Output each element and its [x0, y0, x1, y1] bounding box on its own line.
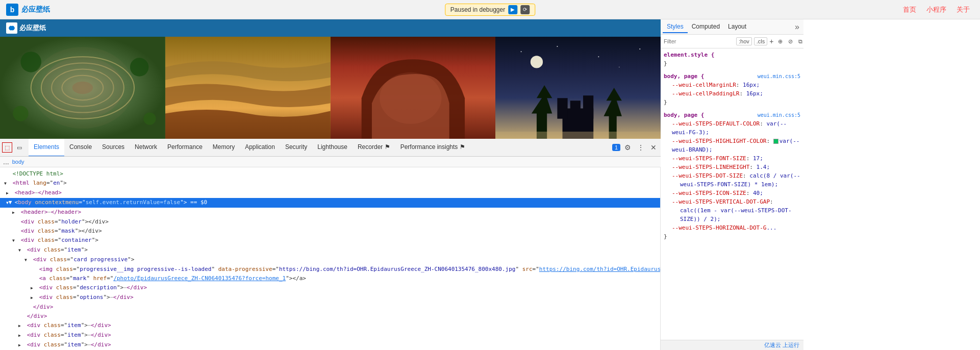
svg-point-4 — [62, 76, 103, 101]
copy-style-icon[interactable]: ⧉ — [796, 37, 803, 46]
webpage-logo: 必应壁纸 — [6, 22, 46, 34]
bing-icon: b — [6, 4, 18, 16]
dom-toolbar-dots: ... — [3, 158, 9, 166]
tab-memory[interactable]: Memory — [208, 139, 240, 157]
settings-icon[interactable]: ⚙ — [622, 142, 633, 153]
tab-elements[interactable]: Elements — [29, 139, 64, 157]
triangle-item[interactable] — [18, 245, 23, 255]
dom-toolbar: ... body — [0, 157, 661, 167]
css-source-2[interactable]: weui.min.css:5 — [758, 111, 800, 119]
css-prop-steps-icon-size[interactable]: --weui-STEPS-ICON-SIZE: 40; — [664, 189, 800, 197]
dom-line-item[interactable]: <div class="item"> — [0, 245, 660, 255]
tab-performance-insights[interactable]: Performance insights ⚑ — [395, 139, 470, 157]
triangle-html[interactable] — [4, 179, 9, 188]
dom-line-head[interactable]: <head>⋯</head> — [0, 188, 660, 198]
more-options-icon[interactable]: ⋮ — [635, 142, 646, 153]
svg-point-17 — [640, 48, 641, 49]
img-src-link[interactable]: https://bing.com/th?id=OHR.EpidaurusGree… — [539, 266, 661, 272]
css-prop-steps-highlight[interactable]: --weui-STEPS-HIGHLIGHT-COLOR: var(--weui… — [664, 137, 800, 154]
styles-panel: Styles Computed Layout » :hov .cls + ⊕ ⊘… — [661, 19, 803, 350]
dom-line-options[interactable]: <div class="options">⋯</div> — [0, 293, 660, 303]
debugger-play-button[interactable]: ▶ — [508, 5, 517, 14]
css-source-1[interactable]: weui.min.css:5 — [758, 72, 800, 81]
css-prop-steps-horizonal[interactable]: --weui-STEPS-HORIZONAL-DOT-G... — [664, 223, 800, 232]
devtools-icon-group: ⬚ ▭ — [2, 142, 24, 153]
toggle-style-icon[interactable]: ⊘ — [786, 37, 795, 46]
gallery-image-1 — [0, 37, 165, 139]
tab-sources[interactable]: Sources — [97, 139, 130, 157]
devtools-tabs-bar: ⬚ ▭ Elements Console Sources Network Per… — [0, 139, 661, 157]
svg-rect-25 — [495, 132, 661, 139]
nav-about[interactable]: 关于 — [957, 5, 970, 14]
triangle-body[interactable]: ▼ — [6, 198, 11, 208]
a-href-link[interactable]: /photo/EpidaurusGreece_ZH-CN0640135476?f… — [113, 275, 286, 282]
dom-line-html[interactable]: <html lang="en"> — [0, 179, 660, 188]
tab-security[interactable]: Security — [280, 139, 312, 157]
dom-panel[interactable]: <!DOCTYPE html> <html lang="en"> <head>⋯… — [0, 167, 661, 350]
new-style-rule-icon[interactable]: ⊕ — [775, 37, 785, 46]
triangle-item-3[interactable] — [18, 331, 23, 340]
css-prop-steps-dot-size[interactable]: --weui-STEPS-DOT-SIZE: calc(8 / var(-- — [664, 171, 800, 180]
dom-line-holder[interactable]: <div class="holder"></div> — [0, 217, 660, 227]
tab-layout[interactable]: Layout — [724, 21, 750, 33]
dom-line-item-2[interactable]: <div class="item">⋯</div> — [0, 321, 660, 331]
css-selector-body-page-2-row[interactable]: body, page { weui.min.css:5 — [664, 111, 800, 119]
debugger-badge: Paused in debugger ▶ ⟳ — [445, 4, 535, 16]
css-selector-element[interactable]: element.style { — [664, 51, 800, 59]
filter-icon-group: ⊕ ⊘ ⧉ — [775, 37, 803, 46]
debugger-step-button[interactable]: ⟳ — [520, 5, 530, 14]
styles-filter-input[interactable] — [664, 38, 734, 44]
filter-cls-button[interactable]: .cls — [754, 37, 768, 45]
device-toggle-icon[interactable]: ▭ — [14, 142, 24, 153]
filter-hov-button[interactable]: :hov — [736, 37, 752, 45]
nav-miniprogram[interactable]: 小程序 — [926, 5, 946, 14]
dom-breadcrumb[interactable]: body — [12, 159, 24, 165]
filter-add-button[interactable]: + — [769, 37, 773, 45]
doctype-text: <!DOCTYPE html> — [13, 170, 63, 177]
nav-home[interactable]: 首页 — [903, 5, 916, 14]
dom-line-item-4[interactable]: <div class="item">⋯</div> — [0, 340, 660, 350]
tab-network[interactable]: Network — [130, 139, 162, 157]
css-prop-steps-vertical-dot[interactable]: --weui-STEPS-VERTICAL-DOT-GAP: — [664, 197, 800, 206]
gallery-image-2 — [165, 37, 331, 139]
tab-styles[interactable]: Styles — [663, 21, 688, 33]
dom-line-body[interactable]: ▼ <body oncontextmenu="self.event.return… — [0, 198, 660, 208]
issues-badge[interactable]: 1 — [612, 144, 620, 151]
tab-console[interactable]: Console — [64, 139, 97, 157]
bottom-notice[interactable]: 亿速云 上运行 — [764, 341, 799, 349]
triangle-card[interactable] — [24, 255, 30, 265]
close-devtools-button[interactable]: ✕ — [648, 142, 659, 153]
svg-point-19 — [619, 67, 620, 68]
dom-line-a-mark[interactable]: <a class="mark" href="/photo/EpidaurusGr… — [0, 274, 660, 283]
triangle-description[interactable] — [31, 283, 36, 293]
dom-line-card[interactable]: <div class="card progressive"> — [0, 255, 660, 265]
css-selector-body-page-1-row[interactable]: body, page { weui.min.css:5 — [664, 72, 800, 81]
css-prop-steps-font-size[interactable]: --weui-STEPS-FONT-SIZE: 17; — [664, 154, 800, 163]
tab-lighthouse[interactable]: Lighthouse — [312, 139, 353, 157]
triangle-header[interactable] — [12, 208, 17, 217]
css-prop-steps-lineheight[interactable]: --weui-STEPS-LINEHEIGHT: 1.4; — [664, 163, 800, 171]
triangle-container[interactable] — [12, 236, 17, 245]
svg-point-2 — [41, 63, 124, 112]
dom-line-mask[interactable]: <div class="mask"></div> — [0, 227, 660, 236]
css-rules-panel[interactable]: element.style { } body, page { weui.min.… — [661, 48, 803, 340]
dom-line-container[interactable]: <div class="container"> — [0, 236, 660, 245]
styles-tab-more-icon[interactable]: » — [793, 22, 801, 32]
triangle-options[interactable] — [31, 293, 36, 303]
dom-line-img[interactable]: <img class="progressive__img progressive… — [0, 265, 660, 274]
dom-line-description[interactable]: <div class="description">⋯</div> — [0, 283, 660, 293]
css-prop-cell-margin[interactable]: --weui-cellMarginLR: 16px; — [664, 81, 800, 89]
tab-recorder[interactable]: Recorder ⚑ — [353, 139, 395, 157]
main-content: 必应壁纸 — [0, 19, 980, 350]
tab-application[interactable]: Application — [240, 139, 280, 157]
tab-performance[interactable]: Performance — [162, 139, 208, 157]
dom-line-header[interactable]: <header>⋯</header> — [0, 208, 660, 217]
css-prop-steps-default[interactable]: --weui-STEPS-DEFAULT-COLOR: var(--weui-F… — [664, 119, 800, 137]
triangle-item-4[interactable] — [18, 340, 23, 350]
triangle-head[interactable] — [6, 188, 11, 198]
css-prop-cell-padding[interactable]: --weui-cellPaddingLR: 16px; — [664, 89, 800, 98]
tab-computed[interactable]: Computed — [688, 21, 724, 33]
dom-line-item-3[interactable]: <div class="item">⋯</div> — [0, 331, 660, 340]
triangle-item-2[interactable] — [18, 321, 23, 331]
inspect-element-icon[interactable]: ⬚ — [2, 142, 12, 153]
